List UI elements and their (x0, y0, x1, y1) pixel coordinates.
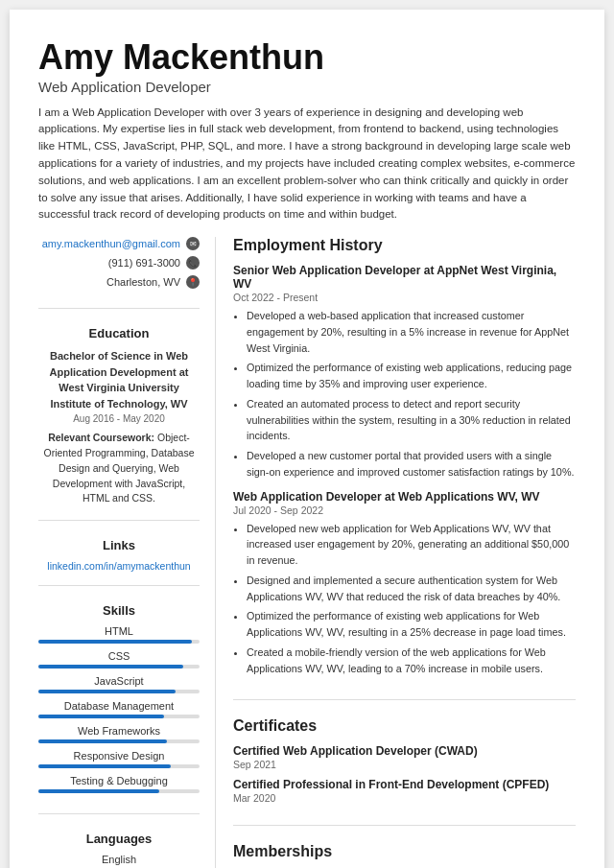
skills-heading: Skills (38, 603, 200, 618)
edu-degree: Bachelor of Science in Web Application D… (38, 348, 200, 411)
job-item: Web Application Developer at Web Applica… (233, 490, 576, 677)
contact-section: amy.mackenthun@gmail.com ✉ (911) 691-300… (38, 237, 200, 309)
certificates-heading: Certificates (233, 717, 576, 735)
location-text: Charleston, WV (106, 276, 180, 288)
skill-bar-bg (38, 715, 200, 718)
skill-bar-fill (38, 789, 159, 793)
email-contact: amy.mackenthun@gmail.com ✉ (38, 237, 200, 250)
job-dates: Jul 2020 - Sep 2022 (233, 504, 576, 516)
linkedin-link[interactable]: linkedin.com/in/amymackenthun (38, 560, 200, 572)
header-summary: I am a Web Application Developer with ov… (38, 105, 576, 224)
bullet-item: Developed a web-based application that i… (247, 308, 576, 356)
right-column: Employment History Senior Web Applicatio… (216, 237, 576, 868)
job-bullets: Developed a web-based application that i… (233, 308, 576, 480)
skill-bar-bg (38, 739, 200, 743)
bullet-item: Created an automated process to detect a… (247, 396, 576, 444)
left-column: amy.mackenthun@gmail.com ✉ (911) 691-300… (38, 237, 216, 868)
certificates-section: Certificates Certified Web Application D… (233, 717, 576, 826)
courses-label: Relevant Coursework: (48, 432, 154, 443)
cert-item: Certified Web Application Developer (CWA… (233, 744, 576, 770)
location-contact: Charleston, WV 📍 (38, 275, 200, 289)
languages-heading: Languages (38, 832, 200, 846)
skill-name: Web Frameworks (38, 725, 200, 737)
languages-section: Languages English (38, 832, 200, 868)
header-name: Amy Mackenthun (38, 38, 576, 77)
phone-icon: 📞 (186, 256, 200, 270)
skill-name: JavaScript (38, 675, 200, 687)
skill-name: Database Management (38, 700, 200, 712)
skill-bar-bg (38, 665, 200, 669)
skill-bar-bg (38, 690, 200, 693)
email-icon: ✉ (186, 237, 200, 250)
cert-date: Mar 2020 (233, 792, 576, 804)
bullet-item: Optimized the performance of existing we… (247, 608, 576, 640)
edu-dates: Aug 2016 - May 2020 (38, 411, 200, 426)
skill-name: HTML (38, 625, 200, 637)
job-title: Web Application Developer at Web Applica… (233, 490, 576, 504)
skill-name: CSS (38, 650, 200, 662)
skill-bar-fill (38, 690, 176, 693)
job-title: Senior Web Application Developer at AppN… (233, 264, 576, 291)
skills-section: Skills HTML CSS JavaScript Database Mana… (38, 603, 200, 814)
education-section: Education Bachelor of Science in Web App… (38, 326, 200, 521)
employment-section: Employment History Senior Web Applicatio… (233, 237, 576, 700)
job-dates: Oct 2022 - Present (233, 292, 576, 303)
skill-item: CSS (38, 650, 200, 669)
links-heading: Links (38, 538, 200, 552)
languages-list: English (38, 854, 200, 865)
cert-item: Certified Professional in Front-End Deve… (233, 778, 576, 804)
skill-item: Database Management (38, 700, 200, 718)
resume-container: Amy Mackenthun Web Application Developer… (10, 10, 604, 868)
skill-bar-fill (38, 665, 183, 669)
skill-name: Responsive Design (38, 750, 200, 762)
phone-text: (911) 691-3000 (108, 257, 180, 269)
memberships-section: Memberships Association for Computing Ma… (233, 843, 576, 868)
skill-bar-fill (38, 764, 171, 768)
skill-item: Testing & Debugging (38, 775, 200, 793)
bullet-item: Created a mobile-friendly version of the… (247, 645, 576, 676)
skill-item: Web Frameworks (38, 725, 200, 743)
jobs-list: Senior Web Application Developer at AppN… (233, 264, 576, 676)
job-bullets: Developed new web application for Web Ap… (233, 521, 576, 677)
header-section: Amy Mackenthun Web Application Developer… (38, 38, 576, 223)
phone-contact: (911) 691-3000 📞 (38, 256, 200, 270)
bullet-item: Designed and implemented a secure authen… (247, 573, 576, 604)
language-item: English (38, 854, 200, 865)
skill-bar-fill (38, 640, 192, 644)
skill-name: Testing & Debugging (38, 775, 200, 786)
skill-bar-fill (38, 715, 164, 718)
links-section: Links linkedin.com/in/amymackenthun (38, 538, 200, 586)
bullet-item: Developed new web application for Web Ap… (247, 521, 576, 569)
skills-list: HTML CSS JavaScript Database Management … (38, 625, 200, 793)
skill-bar-fill (38, 739, 167, 743)
header-title: Web Application Developer (38, 79, 576, 95)
location-icon: 📍 (186, 275, 200, 289)
memberships-heading: Memberships (233, 843, 576, 860)
bullet-item: Developed a new customer portal that pro… (247, 448, 576, 480)
skill-item: JavaScript (38, 675, 200, 693)
education-content: Bachelor of Science in Web Application D… (38, 348, 200, 506)
skill-bar-bg (38, 640, 200, 644)
cert-name: Certified Professional in Front-End Deve… (233, 778, 576, 791)
cert-date: Sep 2021 (233, 759, 576, 770)
skill-item: HTML (38, 625, 200, 644)
main-layout: amy.mackenthun@gmail.com ✉ (911) 691-300… (38, 237, 576, 868)
skill-bar-bg (38, 764, 200, 768)
skill-bar-bg (38, 789, 200, 793)
email-link[interactable]: amy.mackenthun@gmail.com (42, 238, 180, 249)
bullet-item: Optimized the performance of existing we… (247, 360, 576, 391)
cert-name: Certified Web Application Developer (CWA… (233, 744, 576, 758)
skill-item: Responsive Design (38, 750, 200, 768)
job-item: Senior Web Application Developer at AppN… (233, 264, 576, 480)
employment-heading: Employment History (233, 237, 576, 254)
certs-list: Certified Web Application Developer (CWA… (233, 744, 576, 804)
education-heading: Education (38, 326, 200, 340)
